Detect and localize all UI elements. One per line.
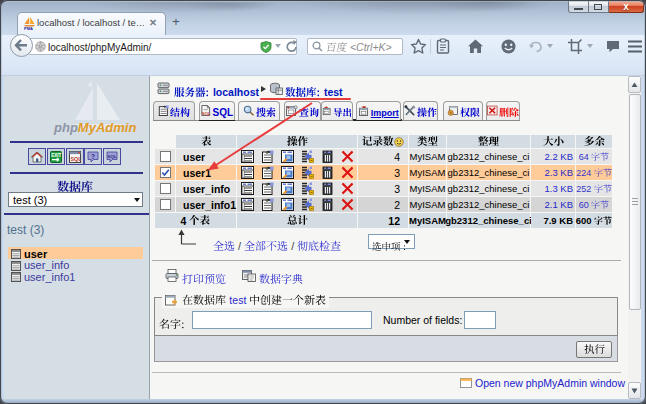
svg-text:PMA: PMA (24, 26, 33, 30)
svg-text:?: ? (91, 152, 95, 159)
svg-text:SQL: SQL (107, 154, 116, 159)
svg-text:EXIT: EXIT (51, 152, 61, 157)
svg-text:SQL: SQL (70, 156, 81, 162)
